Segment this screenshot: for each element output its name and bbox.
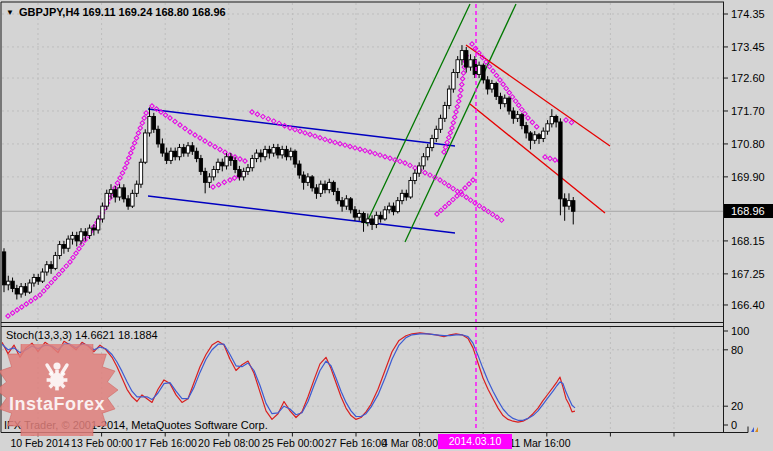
indicator-label: Stoch(13,3,3) 14.6621 18.1884 (6, 328, 158, 342)
price-axis-label: 168.15 (731, 234, 765, 248)
time-axis-highlight: 2014.03.10 00:00 (438, 434, 512, 449)
price-axis-label: 166.40 (731, 298, 765, 312)
price-axis-label: 173.45 (731, 40, 765, 54)
time-axis-label: 27 Feb 16:00 (325, 436, 387, 450)
copyright-text: IFX Trader, © 2001-2014, MetaQuotes Soft… (4, 418, 268, 432)
stoch-axis-label: 0 (731, 418, 737, 432)
chart-canvas[interactable] (0, 0, 773, 451)
price-axis-label: 167.25 (731, 267, 765, 281)
chart-shift-marker[interactable] (750, 426, 760, 433)
mt4-chart-window: ▼GBPJPY,H4 169.11 169.24 168.80 168.96 S… (0, 0, 773, 451)
time-axis-label: 17 Feb 16:00 (135, 436, 197, 450)
stoch-axis-label: 80 (731, 343, 743, 357)
price-axis-label: 171.70 (731, 104, 765, 118)
time-axis-label: 4 Mar 08:00 (382, 436, 438, 450)
chart-title-text: GBPJPY,H4 169.11 169.24 168.80 168.96 (19, 6, 226, 18)
stoch-axis-label: 20 (731, 399, 743, 413)
stoch-axis-label: 100 (731, 324, 749, 338)
time-axis-label: 25 Feb 00:00 (262, 436, 324, 450)
time-axis-label: 13 Feb 00:00 (71, 436, 133, 450)
chart-title: ▼GBPJPY,H4 169.11 169.24 168.80 168.96 (6, 5, 226, 20)
bid-price-label: 168.96 (724, 204, 773, 218)
time-axis-label: 11 Mar 16:00 (509, 436, 570, 450)
price-axis-label: 170.80 (731, 137, 765, 151)
price-axis-label: 174.35 (731, 7, 765, 21)
price-axis-label: 169.90 (731, 170, 765, 184)
price-axis-label: 172.60 (731, 71, 765, 85)
time-axis-label: 10 Feb 2014 (11, 436, 70, 450)
collapse-arrow-icon[interactable]: ▼ (6, 8, 14, 17)
time-axis-label: 20 Feb 08:00 (198, 436, 260, 450)
